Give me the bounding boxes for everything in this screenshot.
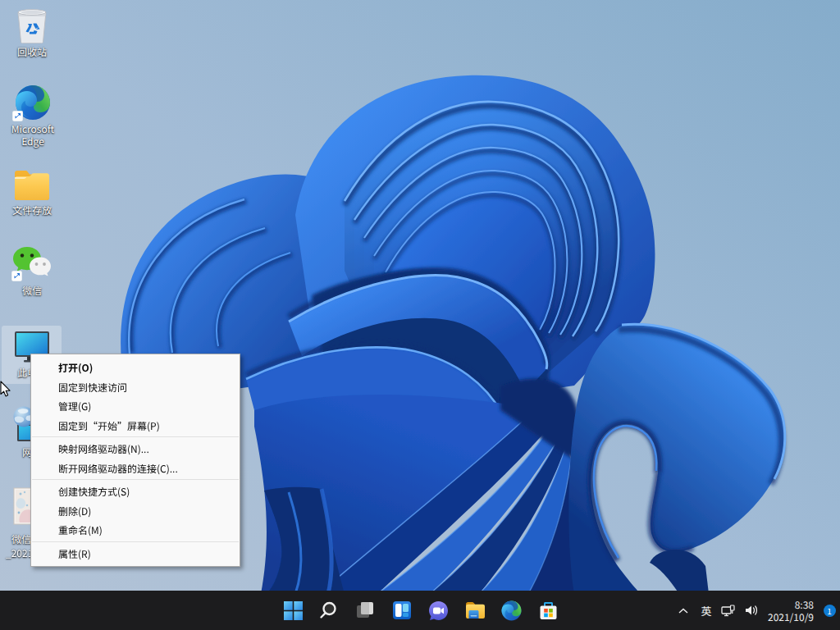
ime-indicator[interactable]: 英 — [696, 591, 717, 630]
file-explorer-button[interactable] — [459, 591, 491, 630]
menu-item-pin-quick-access[interactable]: 固定到快速访问 — [31, 377, 240, 397]
menu-item-map-network-drive[interactable]: 映射网络驱动器(N)... — [31, 439, 240, 459]
edge-taskbar-icon — [501, 600, 522, 621]
chat-icon — [428, 600, 449, 621]
shortcut-arrow-icon — [11, 271, 22, 281]
task-view-button[interactable] — [349, 591, 381, 630]
search-button[interactable] — [312, 591, 345, 630]
tray-time: 8:38 — [768, 598, 814, 610]
store-button[interactable] — [532, 591, 564, 630]
menu-separator — [32, 479, 239, 480]
icon-label: 回收站 — [1, 46, 63, 58]
notification-badge: 1 — [824, 605, 836, 617]
desktop-icon-wechat[interactable]: 微信 — [1, 245, 63, 297]
menu-item-open[interactable]: 打开(O) — [31, 358, 240, 377]
desktop-icon-edge[interactable]: MicrosoftEdge — [2, 84, 64, 147]
system-tray: 英 8:38 2021/10/9 1 — [671, 591, 840, 630]
icon-label: 文件存放 — [1, 204, 63, 217]
menu-item-manage[interactable]: 管理(G) — [31, 396, 240, 416]
tray-date: 2021/10/9 — [768, 610, 814, 623]
icon-label-line2: _2021 — [6, 547, 33, 559]
file-explorer-icon — [465, 600, 486, 620]
icon-label: 微信 — [1, 285, 63, 297]
desktop-icon-recycle-bin[interactable]: 回收站 — [1, 7, 63, 58]
menu-item-rename[interactable]: 重命名(M) — [31, 520, 240, 540]
icon-label: MicrosoftEdge — [2, 123, 64, 147]
notification-button[interactable]: 1 — [819, 605, 840, 617]
clock[interactable]: 8:38 2021/10/9 — [768, 598, 814, 623]
menu-item-delete[interactable]: 删除(D) — [31, 501, 240, 521]
chat-button[interactable] — [422, 591, 454, 630]
menu-separator — [32, 436, 239, 437]
shortcut-arrow-icon — [12, 111, 23, 121]
recycle-bin-icon — [15, 7, 49, 43]
network-status-icon — [721, 605, 735, 617]
desktop-icon-folder[interactable]: 文件存放 — [1, 168, 63, 217]
desktop: 回收站 MicrosoftEdge — [0, 0, 840, 630]
tray-chevron-button[interactable] — [671, 591, 696, 630]
menu-item-pin-to-start[interactable]: 固定到“开始”屏幕(P) — [31, 416, 240, 436]
widgets-button[interactable] — [386, 591, 418, 630]
start-button[interactable] — [276, 591, 309, 630]
store-icon — [538, 600, 559, 621]
volume-tray-button[interactable] — [740, 591, 765, 630]
start-icon — [284, 601, 303, 620]
edge-button[interactable] — [495, 591, 527, 630]
network-tray-button[interactable] — [717, 591, 740, 630]
menu-separator — [32, 541, 239, 542]
context-menu: 打开(O) 固定到快速访问 管理(G) 固定到“开始”屏幕(P) 映射网络驱动器… — [30, 354, 240, 567]
folder-icon — [13, 168, 51, 202]
chevron-up-icon — [678, 608, 688, 614]
widgets-icon — [392, 600, 412, 620]
search-icon — [318, 600, 338, 620]
icon-label-line1: 微信 — [11, 533, 31, 546]
menu-item-create-shortcut[interactable]: 创建快捷方式(S) — [31, 482, 240, 501]
task-view-icon — [355, 600, 375, 620]
speaker-icon — [745, 605, 759, 616]
menu-item-properties[interactable]: 属性(R) — [31, 544, 240, 564]
mouse-cursor — [0, 381, 11, 398]
taskbar: 英 8:38 2021/10/9 1 — [0, 591, 840, 630]
menu-item-disconnect-network-drive[interactable]: 断开网络驱动器的连接(C)... — [31, 459, 240, 478]
